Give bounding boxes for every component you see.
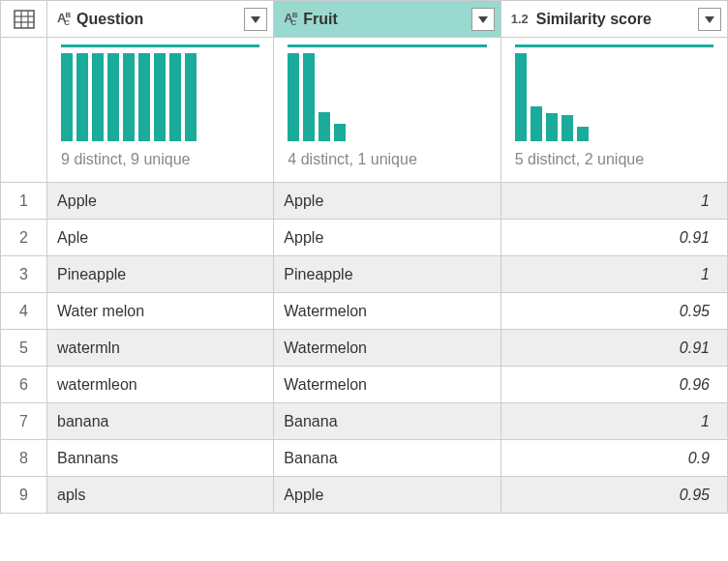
filter-dropdown-button[interactable] xyxy=(244,8,267,31)
cell-similarity-score[interactable]: 0.91 xyxy=(500,330,727,367)
distribution-bar xyxy=(107,53,119,141)
data-table: ABC Question ABC Fruit xyxy=(0,0,728,514)
cell-similarity-score[interactable]: 0.95 xyxy=(500,477,727,514)
cell-question[interactable]: Pineapple xyxy=(47,256,274,293)
cell-similarity-score[interactable]: 1 xyxy=(500,183,727,220)
col-label: Question xyxy=(76,11,143,28)
cell-fruit[interactable]: Apple xyxy=(274,183,500,220)
cell-question[interactable]: Bannans xyxy=(47,440,274,477)
row-number[interactable]: 3 xyxy=(1,256,47,293)
col-header-question[interactable]: ABC Question xyxy=(47,1,274,38)
cell-question[interactable]: apls xyxy=(47,477,274,514)
cell-similarity-score[interactable]: 1 xyxy=(500,256,727,293)
distribution-chart xyxy=(61,44,259,141)
svg-rect-0 xyxy=(15,11,34,28)
distribution-bar xyxy=(577,127,589,141)
distribution-bar xyxy=(515,53,527,141)
distribution-bar xyxy=(561,115,573,141)
profile-row-corner xyxy=(1,38,47,183)
cell-similarity-score[interactable]: 0.95 xyxy=(500,293,727,330)
row-number[interactable]: 6 xyxy=(1,367,47,403)
column-stats: 9 distinct, 9 unique xyxy=(61,151,259,168)
filter-dropdown-button[interactable] xyxy=(698,8,721,31)
table-row[interactable]: 3PineapplePineapple1 xyxy=(1,256,728,293)
table-row[interactable]: 4Water melonWatermelon0.95 xyxy=(1,293,728,330)
row-number[interactable]: 5 xyxy=(1,330,47,367)
distribution-bar xyxy=(185,53,197,141)
distribution-bar xyxy=(531,106,542,141)
col-header-fruit[interactable]: ABC Fruit xyxy=(274,1,500,38)
table-row[interactable]: 2ApleApple0.91 xyxy=(1,220,728,256)
svg-marker-7 xyxy=(705,16,714,23)
col-label: Similarity score xyxy=(536,11,652,28)
distribution-bar xyxy=(123,53,135,141)
col-header-similarity-score[interactable]: 1.2 Similarity score xyxy=(500,1,727,38)
cell-fruit[interactable]: Watermelon xyxy=(274,293,500,330)
cell-question[interactable]: banana xyxy=(47,403,274,440)
type-icon-text: ABC xyxy=(57,11,69,28)
cell-fruit[interactable]: Banana xyxy=(274,440,500,477)
distribution-bar xyxy=(546,113,558,141)
cell-question[interactable]: watermln xyxy=(47,330,274,367)
distribution-bar xyxy=(169,53,181,141)
table-row[interactable]: 9aplsApple0.95 xyxy=(1,477,728,514)
row-number[interactable]: 2 xyxy=(1,220,47,256)
cell-question[interactable]: watermleon xyxy=(47,367,274,403)
column-profile-question: 9 distinct, 9 unique xyxy=(47,38,274,183)
distribution-bar xyxy=(303,53,315,141)
row-number[interactable]: 4 xyxy=(1,293,47,330)
table-row[interactable]: 5watermlnWatermelon0.91 xyxy=(1,330,728,367)
row-number[interactable]: 1 xyxy=(1,183,47,220)
type-icon-number: 1.2 xyxy=(511,12,529,26)
table-corner[interactable] xyxy=(1,1,47,38)
table-row[interactable]: 8BannansBanana0.9 xyxy=(1,440,728,477)
distribution-bar xyxy=(76,53,88,141)
table-row[interactable]: 1AppleApple1 xyxy=(1,183,728,220)
svg-marker-6 xyxy=(478,16,488,23)
cell-similarity-score[interactable]: 0.91 xyxy=(500,220,727,256)
table-row[interactable]: 7bananaBanana1 xyxy=(1,403,728,440)
cell-similarity-score[interactable]: 1 xyxy=(500,403,727,440)
cell-fruit[interactable]: Apple xyxy=(274,220,500,256)
cell-fruit[interactable]: Watermelon xyxy=(274,330,500,367)
table-icon xyxy=(5,10,43,29)
distribution-bar xyxy=(154,53,166,141)
cell-fruit[interactable]: Pineapple xyxy=(274,256,500,293)
row-number[interactable]: 9 xyxy=(1,477,47,514)
cell-similarity-score[interactable]: 0.96 xyxy=(500,367,727,403)
cell-fruit[interactable]: Watermelon xyxy=(274,367,500,403)
column-profile-fruit: 4 distinct, 1 unique xyxy=(274,38,500,183)
cell-question[interactable]: Aple xyxy=(47,220,274,256)
svg-marker-5 xyxy=(251,16,260,23)
cell-question[interactable]: Apple xyxy=(47,183,274,220)
cell-fruit[interactable]: Banana xyxy=(274,403,500,440)
distribution-bar xyxy=(61,53,73,141)
row-number[interactable]: 8 xyxy=(1,440,47,477)
distribution-chart xyxy=(515,44,713,141)
distribution-bar xyxy=(288,53,299,141)
row-number[interactable]: 7 xyxy=(1,403,47,440)
col-label: Fruit xyxy=(303,11,338,28)
filter-dropdown-button[interactable] xyxy=(471,8,495,31)
column-profile-similarity-score: 5 distinct, 2 unique xyxy=(500,38,727,183)
distribution-bar xyxy=(318,112,330,141)
distribution-bar xyxy=(92,53,104,141)
column-stats: 4 distinct, 1 unique xyxy=(288,151,486,168)
table-row[interactable]: 6watermleonWatermelon0.96 xyxy=(1,367,728,403)
cell-fruit[interactable]: Apple xyxy=(274,477,500,514)
type-icon-text: ABC xyxy=(284,11,295,28)
column-stats: 5 distinct, 2 unique xyxy=(515,151,713,168)
distribution-bar xyxy=(138,53,150,141)
distribution-chart xyxy=(288,44,486,141)
distribution-bar xyxy=(334,124,346,141)
cell-similarity-score[interactable]: 0.9 xyxy=(500,440,727,477)
cell-question[interactable]: Water melon xyxy=(47,293,274,330)
